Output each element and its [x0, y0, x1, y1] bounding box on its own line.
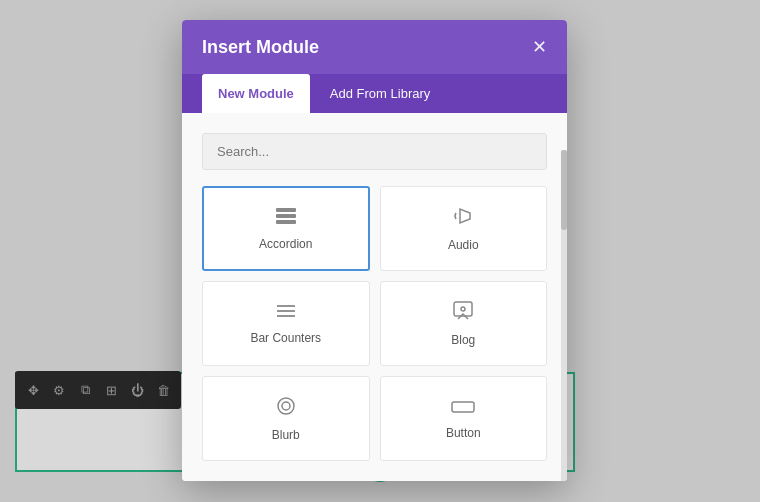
audio-icon — [452, 205, 474, 230]
modal-title: Insert Module — [202, 37, 319, 58]
search-input[interactable] — [202, 133, 547, 170]
modal-body: Accordion Audio — [182, 113, 567, 481]
svg-point-8 — [278, 398, 294, 414]
module-item-audio[interactable]: Audio — [380, 186, 548, 271]
modal-header: Insert Module ✕ — [182, 20, 567, 74]
scrollbar-thumb[interactable] — [561, 150, 567, 230]
blurb-label: Blurb — [272, 428, 300, 442]
modal-tabs: New Module Add From Library — [182, 74, 567, 113]
module-grid: Accordion Audio — [202, 186, 547, 461]
svg-rect-0 — [276, 208, 296, 212]
blurb-icon — [275, 395, 297, 420]
svg-point-9 — [282, 402, 290, 410]
insert-module-modal: Insert Module ✕ New Module Add From Libr… — [182, 20, 567, 481]
accordion-icon — [274, 206, 298, 229]
module-item-button[interactable]: Button — [380, 376, 548, 461]
tab-add-from-library[interactable]: Add From Library — [314, 74, 446, 113]
svg-rect-2 — [276, 220, 296, 224]
audio-label: Audio — [448, 238, 479, 252]
module-item-accordion[interactable]: Accordion — [202, 186, 370, 271]
bar-counters-icon — [275, 302, 297, 323]
tab-new-module[interactable]: New Module — [202, 74, 310, 113]
module-item-blog[interactable]: Blog — [380, 281, 548, 366]
svg-rect-1 — [276, 214, 296, 218]
button-label: Button — [446, 426, 481, 440]
button-icon — [451, 398, 475, 418]
svg-point-7 — [461, 307, 465, 311]
accordion-label: Accordion — [259, 237, 312, 251]
modal-scrollbar[interactable] — [561, 150, 567, 481]
blog-label: Blog — [451, 333, 475, 347]
blog-icon — [452, 300, 474, 325]
bar-counters-label: Bar Counters — [250, 331, 321, 345]
module-item-bar-counters[interactable]: Bar Counters — [202, 281, 370, 366]
close-button[interactable]: ✕ — [532, 36, 547, 58]
module-item-blurb[interactable]: Blurb — [202, 376, 370, 461]
svg-rect-10 — [452, 402, 474, 412]
